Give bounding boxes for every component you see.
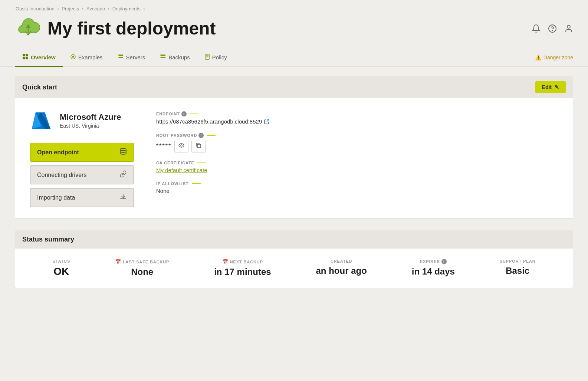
copy-password-button[interactable] (191, 140, 206, 152)
help-button[interactable] (548, 24, 557, 33)
header-icons (532, 24, 573, 33)
tabs-bar: Overview Examples Servers (0, 49, 588, 67)
database-icon (119, 148, 127, 157)
connecting-drivers-button[interactable]: Connecting drivers (30, 165, 134, 184)
show-password-button[interactable] (174, 140, 188, 152)
expires-info-icon[interactable]: i (441, 259, 447, 264)
breadcrumb-sep-3: › (108, 6, 111, 12)
download-icon (119, 193, 127, 202)
qs-buttons: Open endpoint Connecting drivers (30, 143, 134, 207)
root-password-label: ROOT PASSWORD i (156, 133, 558, 138)
breadcrumb-item-4[interactable]: Deployments (112, 6, 141, 12)
edit-button[interactable]: Edit ✎ (535, 81, 566, 93)
tab-servers-label: Servers (126, 54, 145, 60)
tab-servers[interactable]: Servers (110, 49, 153, 67)
ca-certificate-label: CA CERTIFICATE (156, 161, 558, 165)
breadcrumb-item-3[interactable]: Avocado (86, 6, 105, 12)
title-row: My first deployment (15, 14, 573, 49)
open-endpoint-label: Open endpoint (37, 149, 79, 156)
svg-rect-16 (118, 58, 119, 58)
tab-policy-label: Policy (212, 54, 227, 60)
breadcrumb-item-2[interactable]: Projects (62, 6, 79, 12)
tab-backups[interactable]: Backups (152, 49, 197, 67)
edit-icon: ✎ (555, 84, 559, 90)
edit-label: Edit (542, 84, 552, 90)
connecting-drivers-label: Connecting drivers (37, 172, 86, 178)
endpoint-info-icon[interactable]: i (181, 111, 187, 116)
provider-region: East US, Virginia (60, 123, 121, 129)
quick-start-section: Quick start Edit ✎ (15, 76, 573, 219)
tab-policy[interactable]: Policy (197, 49, 234, 67)
importing-data-button[interactable]: Importing data (30, 188, 134, 207)
tab-examples-label: Examples (78, 54, 103, 60)
created-value: an hour ago (316, 266, 367, 276)
breadcrumb-item-1[interactable]: Oasis Introduction (16, 6, 55, 12)
status-item-support-plan: SUPPORT PLAN Basic (500, 259, 536, 276)
status-summary-header: Status summary (15, 230, 573, 249)
support-plan-value: Basic (506, 266, 529, 276)
endpoint-label: ENDPOINT i (156, 111, 558, 116)
user-button[interactable] (564, 24, 573, 33)
quick-start-title: Quick start (22, 83, 57, 91)
provider-info: Microsoft Azure East US, Virginia (30, 109, 134, 132)
support-plan-label: SUPPORT PLAN (500, 259, 536, 263)
svg-rect-32 (197, 144, 201, 148)
svg-rect-19 (160, 55, 161, 56)
link-icon (119, 170, 127, 180)
status-label: STATUS (52, 259, 70, 263)
password-info-icon[interactable]: i (198, 133, 204, 138)
svg-line-30 (267, 119, 269, 122)
importing-data-label: Importing data (37, 194, 75, 201)
status-value: OK (53, 266, 69, 277)
svg-rect-14 (118, 57, 123, 58)
ca-certificate-link[interactable]: My default certificate (156, 167, 558, 173)
password-row: ***** (156, 140, 558, 152)
created-label: CREATED (331, 259, 352, 263)
danger-zone-label: Danger zone (543, 55, 573, 60)
open-endpoint-button[interactable]: Open endpoint (30, 143, 134, 162)
svg-rect-10 (26, 57, 28, 59)
quick-start-card: Microsoft Azure East US, Virginia Open e… (15, 98, 573, 219)
status-item-expires: EXPIRES i in 14 days (412, 259, 455, 277)
svg-point-4 (549, 25, 556, 32)
endpoint-external-link[interactable] (264, 119, 269, 124)
next-backup-label: 📅 NEXT BACKUP (222, 259, 263, 265)
status-item-next-backup: 📅 NEXT BACKUP in 17 minutes (214, 259, 271, 277)
ip-allowlist-block: IP ALLOWLIST None (156, 181, 558, 194)
endpoint-value: https://687ca85626f5.arangodb.cloud:8529 (156, 118, 558, 125)
backups-icon (160, 54, 166, 60)
status-item-last-backup: 📅 LAST SAFE BACKUP None (115, 259, 169, 277)
header: Oasis Introduction › Projects › Avocado … (0, 0, 588, 49)
provider-name: Microsoft Azure (60, 112, 121, 122)
ip-allowlist-value: None (156, 188, 558, 194)
title-left: My first deployment (15, 14, 216, 43)
tab-backups-label: Backups (168, 54, 190, 60)
tab-overview[interactable]: Overview (15, 49, 63, 67)
quick-start-header: Quick start Edit ✎ (15, 76, 573, 98)
qs-left: Microsoft Azure East US, Virginia Open e… (30, 109, 134, 207)
svg-rect-9 (23, 57, 25, 59)
danger-zone-button[interactable]: ⚠️ Danger zone (535, 55, 573, 60)
svg-point-31 (181, 145, 182, 146)
notifications-button[interactable] (532, 24, 541, 33)
svg-rect-17 (160, 55, 165, 56)
status-summary-section: Status summary STATUS OK 📅 LAST SAFE BAC… (15, 230, 573, 288)
svg-rect-13 (118, 55, 123, 56)
status-item-created: CREATED an hour ago (316, 259, 367, 276)
breadcrumb-sep-1: › (57, 6, 60, 12)
svg-rect-7 (23, 54, 25, 56)
page-title: My first deployment (47, 19, 216, 39)
expires-value: in 14 days (412, 266, 455, 277)
overview-icon (22, 54, 28, 61)
tab-examples[interactable]: Examples (63, 49, 110, 67)
svg-point-12 (72, 56, 74, 58)
provider-details: Microsoft Azure East US, Virginia (60, 112, 121, 129)
password-masked: ***** (156, 143, 171, 150)
next-backup-icon: 📅 (222, 259, 229, 265)
status-summary-title: Status summary (22, 236, 74, 243)
policy-icon (205, 54, 210, 61)
svg-rect-18 (160, 57, 165, 58)
endpoint-block: ENDPOINT i https://687ca85626f5.arangodb… (156, 111, 558, 125)
svg-point-6 (567, 25, 570, 28)
tab-overview-label: Overview (31, 54, 56, 60)
